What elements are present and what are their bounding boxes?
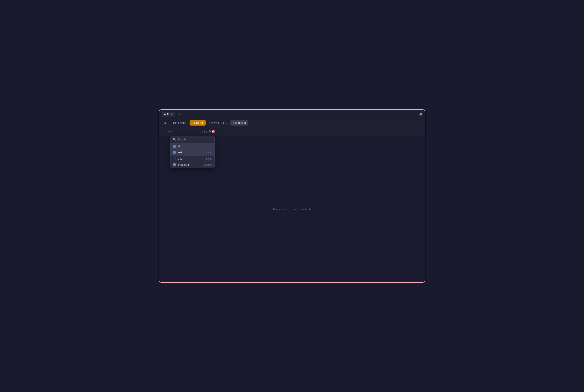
- col-createdat-label: createdAt: [200, 130, 211, 133]
- field-item-createdat[interactable]: createdAt DateTime: [170, 162, 214, 168]
- tab-bar-left: Post +: [162, 112, 182, 117]
- refresh-icon: ↺: [164, 121, 166, 125]
- table-header: id # createdAt 📅: [159, 127, 425, 136]
- field-checkbox-text[interactable]: [173, 151, 176, 154]
- fields-count-badge: 3: [200, 121, 204, 125]
- add-record-button[interactable]: Add record: [230, 120, 248, 126]
- filters-button[interactable]: Filters None: [170, 120, 188, 125]
- search-icon: 🔍: [173, 138, 176, 141]
- empty-message: There are no rows in this table: [273, 208, 312, 211]
- tab-dot: [164, 114, 166, 115]
- filters-label: Filters: [172, 121, 179, 124]
- select-all-checkbox[interactable]: [162, 130, 165, 133]
- fields-label: Fields: [192, 121, 199, 124]
- settings-icon[interactable]: ⚙: [419, 112, 422, 116]
- field-type-text: String: [206, 151, 212, 154]
- field-checkbox-slug[interactable]: [173, 157, 176, 160]
- app-window: Post + ⚙ ↺ Filters None Fields 3 Showing…: [159, 109, 425, 283]
- search-input[interactable]: [177, 138, 212, 141]
- fields-button[interactable]: Fields 3: [190, 120, 206, 126]
- field-item-slug[interactable]: slug String: [170, 156, 214, 162]
- field-name-text: text: [178, 151, 204, 154]
- toolbar: ↺ Filters None Fields 3 Showing 0 of 0 A…: [159, 119, 425, 127]
- field-checkbox-createdat[interactable]: [173, 163, 176, 166]
- showing-label: Showing: [209, 121, 219, 124]
- field-type-slug: String: [206, 157, 212, 160]
- header-checkbox-col: [162, 130, 168, 133]
- field-item-id[interactable]: id Int: [170, 143, 214, 149]
- tab-label: Post: [167, 113, 173, 116]
- col-id-label: id: [168, 130, 170, 133]
- calendar-icon: 📅: [212, 130, 215, 133]
- main-content: id # createdAt 📅 🔍 id Int: [159, 127, 425, 282]
- field-name-createdat: createdAt: [178, 163, 200, 166]
- showing-value: 0 of 0: [221, 121, 227, 124]
- col-hash: #: [171, 130, 173, 133]
- dropdown-search-area: 🔍: [170, 136, 214, 143]
- field-item-text[interactable]: text String: [170, 149, 214, 156]
- fields-dropdown-panel: 🔍 id Int text String slug String: [170, 136, 215, 168]
- tab-bar: Post + ⚙: [159, 110, 425, 119]
- field-checkbox-id[interactable]: [173, 145, 176, 148]
- filters-value: None: [180, 121, 186, 124]
- field-name-id: id: [178, 145, 208, 148]
- refresh-button[interactable]: ↺: [162, 120, 168, 126]
- tab-post[interactable]: Post: [162, 112, 175, 117]
- fields-dropdown: 🔍 id Int text String slug String: [170, 136, 215, 168]
- settings-area: ⚙: [419, 112, 422, 116]
- field-name-slug: slug: [178, 157, 204, 160]
- field-type-createdat: DateTime: [202, 164, 212, 166]
- add-tab-button[interactable]: +: [177, 112, 182, 117]
- field-type-id: Int: [210, 145, 212, 148]
- col-id-header: id #: [168, 130, 195, 133]
- col-createdat-header: createdAt 📅: [195, 130, 422, 133]
